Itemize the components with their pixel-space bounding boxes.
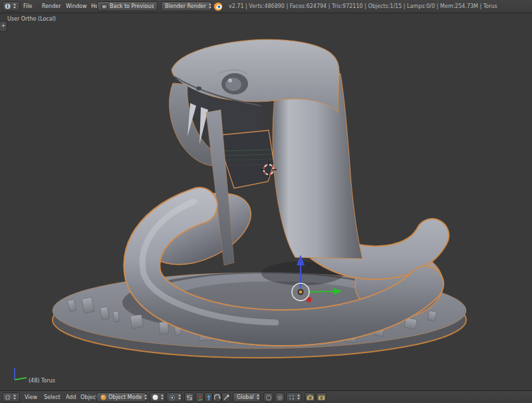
dropdown-arrows-icon [13, 394, 17, 400]
viewport-shading-select[interactable] [150, 392, 165, 402]
viewport-header-bar: View Select Add Object Object Mode [0, 390, 532, 403]
dropdown-arrows-icon [178, 394, 182, 400]
3d-viewport-canvas[interactable] [0, 13, 532, 390]
pivot-point-icon [169, 394, 176, 401]
dropdown-arrows-icon [297, 394, 301, 400]
toolshelf-expand-button[interactable]: + [0, 21, 7, 32]
menu-select[interactable]: Select [41, 391, 64, 403]
editor-type-button-bottom[interactable] [2, 392, 20, 402]
menu-file[interactable]: File [20, 0, 35, 13]
render-engine-select[interactable]: Blender Render [161, 1, 211, 11]
pivot-point-select[interactable] [166, 392, 182, 402]
snap-toggle[interactable] [275, 392, 285, 402]
menu-view[interactable]: View [21, 391, 41, 403]
opengl-render-anim-button[interactable] [316, 392, 327, 402]
back-screen-icon [101, 4, 108, 9]
interaction-mode-select[interactable]: Object Mode [96, 392, 146, 402]
scale-manipulator-button[interactable] [221, 392, 230, 402]
proportional-edit-icon [265, 394, 272, 401]
active-object-label: (48) Torus [29, 378, 55, 384]
mini-axis-gizmo [15, 368, 27, 380]
object-mode-sphere-icon [100, 394, 106, 400]
dropdown-arrows-icon [13, 3, 17, 9]
manipulate-centers-toggle[interactable] [184, 392, 194, 402]
dropdown-arrows-icon [160, 394, 165, 400]
manipulator-axis-icon [197, 394, 203, 401]
rotate-manipulator-icon [214, 394, 221, 401]
manipulator-y-axis[interactable] [309, 291, 334, 292]
blender-window: { "top_bar": { "menus": ["File", "Render… [0, 0, 532, 403]
view-mode-label: User Ortho (Local) [7, 16, 56, 22]
snap-magnet-icon [277, 394, 283, 401]
manipulate-centers-icon [186, 394, 193, 401]
menu-window[interactable]: Window [63, 0, 90, 13]
scale-manipulator-icon [223, 394, 229, 401]
dropdown-arrows-icon [256, 394, 261, 400]
proportional-edit-select[interactable] [263, 392, 273, 402]
opengl-render-anim-icon [318, 394, 325, 400]
manipulator-widget-toggle[interactable] [196, 392, 204, 402]
dropdown-arrows-icon [144, 394, 148, 400]
translate-manipulator-icon [205, 394, 212, 401]
snap-element-select[interactable] [286, 392, 302, 402]
info-editor-icon [5, 3, 11, 9]
scene-statistics: v2.71 | Verts:486890 | Faces:624794 | Tr… [225, 0, 501, 13]
back-to-previous-button[interactable]: Back to Previous [97, 1, 158, 11]
editor-type-button-top[interactable] [2, 1, 20, 11]
dropdown-arrows-icon [208, 3, 213, 9]
rotate-manipulator-button[interactable] [213, 392, 221, 402]
transform-orientation-select[interactable]: Global [233, 392, 261, 402]
info-header-bar: File Render Window Help Back to Previous… [0, 0, 532, 13]
blender-logo-icon [213, 2, 223, 11]
background-gap [219, 130, 274, 188]
opengl-render-button[interactable] [305, 392, 315, 402]
3d-view-editor-icon [5, 394, 11, 400]
viewport-shading-sphere-icon [152, 394, 158, 400]
menu-render[interactable]: Render [39, 0, 64, 13]
opengl-render-icon [307, 394, 314, 400]
translate-manipulator-button[interactable] [204, 392, 213, 402]
snap-increment-icon [289, 394, 295, 400]
